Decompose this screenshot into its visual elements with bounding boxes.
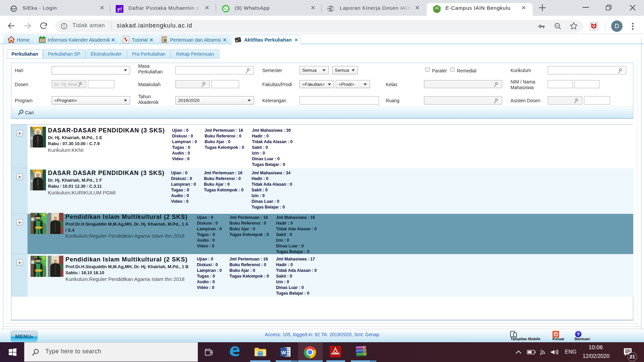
svg-text:W: W [281,350,286,355]
svg-text:?: ? [577,332,580,337]
